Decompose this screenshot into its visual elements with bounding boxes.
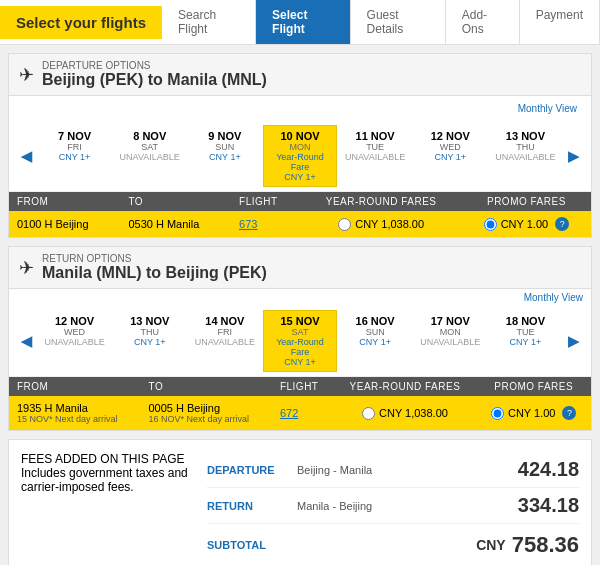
ret-from: 1935 H Manila 15 NOV* Next day arrival [9,396,140,430]
step-addons[interactable]: Add-Ons [446,0,520,44]
departure-flight-table: FROM TO FLIGHT YEAR-ROUND FARES PROMO FA… [9,192,591,237]
subtotal-label: SUBTOTAL [207,539,297,551]
return-day-5[interactable]: 17 NOV MON UNAVAILABLE [414,310,487,372]
departure-day-1[interactable]: 8 NOV SAT UNAVAILABLE [113,125,186,187]
departure-day-6[interactable]: 13 NOV THU UNAVAILABLE [489,125,562,187]
ret-col-flight: FLIGHT [272,377,334,396]
dep-promo-radio[interactable] [484,218,497,231]
return-fee-amount: 334.18 [509,494,579,517]
return-day-2[interactable]: 14 NOV FRI UNAVAILABLE [188,310,261,372]
fees-title: FEES ADDED ON THIS PAGE [21,452,191,466]
return-fee-label: RETURN [207,500,297,512]
departure-fare-row: 0100 H Beijing 0530 H Manila 673 CNY 1,0… [9,211,591,237]
departure-options-label: DEPARTURE OPTIONS [42,60,267,71]
departure-fee-route: Beijing - Manila [297,464,509,476]
return-days: 12 NOV WED UNAVAILABLE 13 NOV THU CNY 1+… [38,310,562,372]
ret-promo-radio[interactable] [491,407,504,420]
dep-yearround-radio[interactable] [338,218,351,231]
step-guest[interactable]: Guest Details [351,0,446,44]
dep-to: 0530 H Manila [120,211,231,237]
departure-monthly-view[interactable]: Monthly View [512,99,583,118]
departure-day-2[interactable]: 9 NOV SUN CNY 1+ [188,125,261,187]
page-wrapper: Select your flights Search Flight Select… [0,0,600,565]
return-plane-icon: ✈ [19,257,34,279]
ret-col-promo: PROMO FARES [476,377,591,396]
return-calendar: ◀ 12 NOV WED UNAVAILABLE 13 NOV THU CNY … [9,306,591,377]
return-options-label: RETURN OPTIONS [42,253,267,264]
fees-content: FEES ADDED ON THIS PAGE Includes governm… [21,452,579,565]
dep-from: 0100 H Beijing [9,211,120,237]
departure-next-arrow[interactable]: ▶ [562,144,585,168]
return-monthly-view[interactable]: Monthly View [524,292,583,303]
departure-day-4[interactable]: 11 NOV TUE UNAVAILABLE [339,125,412,187]
departure-fee-amount: 424.18 [509,458,579,481]
return-day-1[interactable]: 13 NOV THU CNY 1+ [113,310,186,372]
col-from: FROM [9,192,120,211]
fees-subtitle: Includes government taxes and carrier-im… [21,466,191,494]
departure-section: ✈ DEPARTURE OPTIONS Beijing (PEK) to Man… [8,53,592,238]
step-search[interactable]: Search Flight [162,0,256,44]
departure-day-0[interactable]: 7 NOV FRI CNY 1+ [38,125,111,187]
col-to: TO [120,192,231,211]
fees-section: FEES ADDED ON THIS PAGE Includes governm… [8,439,592,565]
steps: Search Flight Select Flight Guest Detail… [162,0,600,44]
departure-fee-row: DEPARTURE Beijing - Manila 424.18 [207,452,579,488]
fees-details: DEPARTURE Beijing - Manila 424.18 RETURN… [207,452,579,565]
departure-day-3[interactable]: 10 NOV MON Year-Round Fare CNY 1+ [263,125,336,187]
ret-col-to: TO [140,377,271,396]
ret-col-from: FROM [9,377,140,396]
departure-days: 7 NOV FRI CNY 1+ 8 NOV SAT UNAVAILABLE 9… [38,125,562,187]
dep-promo-help[interactable]: ? [555,217,569,231]
return-header: ✈ RETURN OPTIONS Manila (MNL) to Beijing… [9,247,591,289]
col-promo: PROMO FARES [462,192,591,211]
col-flight: FLIGHT [231,192,300,211]
ret-promo[interactable]: CNY 1.00 ? [476,396,591,430]
departure-header: ✈ DEPARTURE OPTIONS Beijing (PEK) to Man… [9,54,591,96]
ret-flight[interactable]: 672 [272,396,334,430]
return-fare-row: 1935 H Manila 15 NOV* Next day arrival 0… [9,396,591,430]
departure-calendar: ◀ 7 NOV FRI CNY 1+ 8 NOV SAT UNAVAILABLE… [9,121,591,192]
return-prev-arrow[interactable]: ◀ [15,329,38,353]
departure-route: Beijing (PEK) to Manila (MNL) [42,71,267,88]
return-fee-route: Manila - Beijing [297,500,509,512]
plane-icon: ✈ [19,64,34,86]
return-day-4[interactable]: 16 NOV SUN CNY 1+ [339,310,412,372]
return-next-arrow[interactable]: ▶ [562,329,585,353]
ret-to: 0005 H Beijing 16 NOV* Next day arrival [140,396,271,430]
subtotal-currency: CNY [476,537,506,553]
return-day-6[interactable]: 18 NOV TUE CNY 1+ [489,310,562,372]
departure-prev-arrow[interactable]: ◀ [15,144,38,168]
dep-flight[interactable]: 673 [231,211,300,237]
dep-promo[interactable]: CNY 1.00 ? [462,211,591,237]
return-flight-table: FROM TO FLIGHT YEAR-ROUND FARES PROMO FA… [9,377,591,430]
ret-yearround-radio[interactable] [362,407,375,420]
col-yearround: YEAR-ROUND FARES [300,192,461,211]
step-payment[interactable]: Payment [520,0,600,44]
return-day-0[interactable]: 12 NOV WED UNAVAILABLE [38,310,111,372]
return-route: Manila (MNL) to Beijing (PEK) [42,264,267,281]
dep-yearround[interactable]: CNY 1,038.00 [300,211,461,237]
page-title: Select your flights [0,6,162,39]
return-section: ✈ RETURN OPTIONS Manila (MNL) to Beijing… [8,246,592,431]
return-day-3[interactable]: 15 NOV SAT Year-Round Fare CNY 1+ [263,310,336,372]
ret-col-yearround: YEAR-ROUND FARES [333,377,476,396]
departure-fee-label: DEPARTURE [207,464,297,476]
departure-day-5[interactable]: 12 NOV WED CNY 1+ [414,125,487,187]
step-select[interactable]: Select Flight [256,0,351,44]
return-fee-row: RETURN Manila - Beijing 334.18 [207,488,579,524]
fees-description: FEES ADDED ON THIS PAGE Includes governm… [21,452,191,565]
subtotal-row: SUBTOTAL CNY 758.36 [207,524,579,565]
subtotal-amount: 758.36 [512,532,579,558]
ret-yearround[interactable]: CNY 1,038.00 [333,396,476,430]
ret-promo-help[interactable]: ? [562,406,576,420]
top-nav: Select your flights Search Flight Select… [0,0,600,45]
